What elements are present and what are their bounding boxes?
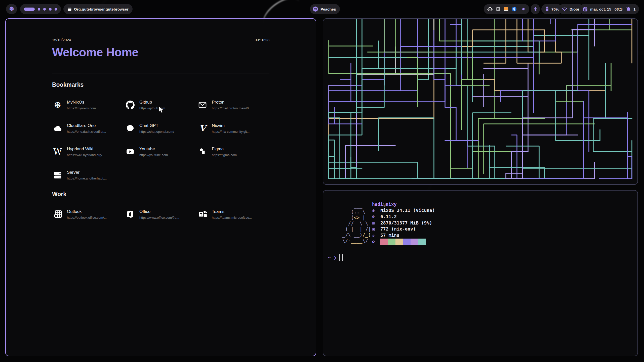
outlook-icon bbox=[52, 209, 63, 220]
workspace-4[interactable] bbox=[49, 8, 51, 11]
bookmark-grid: Outlook https://outlook.office.com/... O… bbox=[52, 209, 269, 222]
clock-date: mar. oct. 15 bbox=[590, 7, 611, 11]
terminal-window[interactable]: ___ (.. \ (<> | // \ \ ( | | /| _/\ __)/… bbox=[323, 190, 638, 356]
orange-app-icon[interactable] bbox=[503, 7, 509, 12]
window-icon bbox=[67, 7, 72, 11]
speaker-icon bbox=[521, 6, 527, 12]
fastfetch-uptime-row: ☕57 mins bbox=[372, 232, 435, 238]
bookmark-item[interactable]: Outlook https://outlook.office.com/... bbox=[52, 209, 125, 222]
bookmark-url: https://nix-community.git... bbox=[212, 130, 250, 133]
bookmark-title: Teams bbox=[212, 209, 252, 214]
bookmark-item[interactable]: Proton https://mail.proton.me/u/0... bbox=[197, 99, 269, 113]
startpage-time: 03:10:23 bbox=[255, 38, 269, 42]
bookmark-item[interactable]: Cloudflare One https://one.dash.cloudfla… bbox=[52, 123, 125, 136]
bookmark-item[interactable]: ❆ MyNixOs https://mynixos.com bbox=[52, 99, 125, 113]
bookmark-url: https://wiki.hyprland.org/ bbox=[67, 153, 102, 157]
teams-icon bbox=[197, 209, 208, 220]
workspaces[interactable] bbox=[20, 4, 61, 14]
nixos-logo-icon: ❆ bbox=[9, 6, 14, 12]
bluetooth-badge-icon[interactable] bbox=[511, 7, 517, 12]
startpage-date: 15/10/2024 bbox=[52, 38, 71, 42]
bookmark-url: https://chat.openai.com/ bbox=[139, 130, 174, 133]
battery-percent: 70% bbox=[551, 7, 559, 11]
volume-widget[interactable] bbox=[518, 4, 529, 14]
fastfetch-user-host: hadi@nixy bbox=[372, 201, 435, 207]
bookmark-title: Proton bbox=[212, 99, 252, 105]
media-player-widget[interactable]: Peaches bbox=[310, 4, 340, 14]
window-title-label: Org.qutebrowser.qutebrowser bbox=[74, 7, 129, 11]
mail-icon bbox=[197, 99, 208, 110]
bookmark-item[interactable]: V Nixvim https://nix-community.git... bbox=[197, 123, 269, 136]
bookmark-title: Chat GPT bbox=[139, 123, 174, 128]
bookmark-item[interactable]: Chat GPT https://chat.openai.com/ bbox=[125, 123, 197, 136]
workspace-1-active[interactable] bbox=[24, 8, 35, 11]
bookmark-title: Youtube bbox=[139, 146, 168, 152]
palette-swatch bbox=[380, 239, 388, 245]
section-label: Bookmarks bbox=[52, 81, 269, 88]
bookmark-url: https://www.office.com/?a... bbox=[139, 216, 179, 219]
fastfetch-ascii-art: ___ (.. \ (<> | // \ \ ( | | /| _/\ __)/… bbox=[339, 203, 371, 244]
fastfetch-kernel-row: ⚙6.11.2 bbox=[372, 213, 435, 220]
bookmark-item[interactable]: W Hyprland Wiki https://wiki.hyprland.or… bbox=[52, 146, 125, 159]
divider bbox=[52, 73, 269, 73]
nixos-icon: ❆ bbox=[372, 208, 380, 213]
bluetooth-widget[interactable] bbox=[531, 4, 540, 14]
memory-icon: ▦ bbox=[372, 220, 380, 225]
bookmark-title: Github bbox=[139, 99, 165, 105]
notifications-widget[interactable]: 1 bbox=[622, 4, 639, 14]
fastfetch-packages-row: ▣772 (nix-env) bbox=[372, 226, 435, 232]
palette-swatch bbox=[388, 239, 395, 245]
prompt-path: ~ bbox=[328, 255, 331, 260]
palette-icon: ✿ bbox=[372, 239, 380, 244]
workspace-3[interactable] bbox=[43, 8, 46, 11]
disc-icon[interactable] bbox=[487, 7, 493, 12]
bookmark-item[interactable]: Teams https://teams.microsoft.co... bbox=[197, 209, 269, 222]
bookmark-title: Office bbox=[139, 209, 179, 214]
calendar-icon bbox=[583, 7, 588, 12]
qutebrowser-startpage-window: 15/10/2024 03:10:23 Welcome Home Bookmar… bbox=[5, 18, 316, 356]
pipes-terminal-window bbox=[323, 18, 638, 185]
page-title: Welcome Home bbox=[52, 46, 269, 59]
bell-icon bbox=[626, 7, 631, 12]
workspace-2[interactable] bbox=[38, 8, 40, 11]
bookmark-title: Hyprland Wiki bbox=[67, 146, 102, 152]
prompt-symbol: ❯ bbox=[334, 255, 336, 260]
fastfetch-memory-row: ▦2870/31377 MiB (9%) bbox=[372, 220, 435, 226]
bookmark-item[interactable]: Figma https://figma.com bbox=[197, 146, 269, 159]
cloud-icon bbox=[52, 123, 63, 134]
wifi-icon bbox=[562, 7, 568, 12]
bluetooth-icon bbox=[533, 7, 538, 12]
bookmark-item[interactable]: Youtube https://youtube.com bbox=[125, 146, 197, 159]
palette-swatch bbox=[403, 239, 411, 245]
bookmark-title: Cloudflare One bbox=[67, 123, 106, 128]
mouse-cursor bbox=[158, 106, 165, 113]
battery-icon bbox=[545, 6, 550, 12]
bookmark-url: https://teams.microsoft.co... bbox=[212, 216, 252, 219]
wifi-ssid: Djoon bbox=[570, 7, 580, 11]
bookmark-url: https://outlook.office.com/... bbox=[67, 216, 107, 219]
chat-icon bbox=[125, 123, 136, 134]
launcher-button[interactable]: ❆ bbox=[6, 4, 17, 14]
figma-icon bbox=[197, 146, 208, 157]
bookmark-url: https://mail.proton.me/u/0... bbox=[212, 106, 252, 110]
bookmark-item[interactable]: Office https://www.office.com/?a... bbox=[125, 209, 197, 222]
bookmark-url: https://mynixos.com bbox=[67, 106, 96, 110]
palette-swatch bbox=[418, 239, 426, 245]
media-track-label: Peaches bbox=[320, 7, 336, 11]
focused-window-title: Org.qutebrowser.qutebrowser bbox=[63, 4, 133, 14]
kernel-icon: ⚙ bbox=[372, 214, 380, 219]
pipes-art bbox=[323, 19, 637, 184]
desktop: ❆ Org.qutebrowser.qutebrowser Peaches 70… bbox=[0, 0, 644, 362]
bookmark-item[interactable]: Server https://home.anotherhadi.... bbox=[52, 169, 125, 183]
packages-icon: ▣ bbox=[372, 227, 380, 232]
youtube-icon bbox=[125, 146, 136, 157]
bookmark-title: MyNixOs bbox=[67, 99, 96, 105]
workspace-5[interactable] bbox=[55, 8, 57, 11]
square-app-icon[interactable] bbox=[495, 7, 501, 12]
github-icon bbox=[125, 99, 136, 110]
bookmark-title: Server bbox=[67, 169, 107, 175]
office-icon bbox=[125, 209, 136, 220]
server-icon bbox=[52, 169, 63, 180]
spotify-icon bbox=[313, 6, 318, 12]
bookmark-url: https://figma.com bbox=[212, 153, 237, 157]
